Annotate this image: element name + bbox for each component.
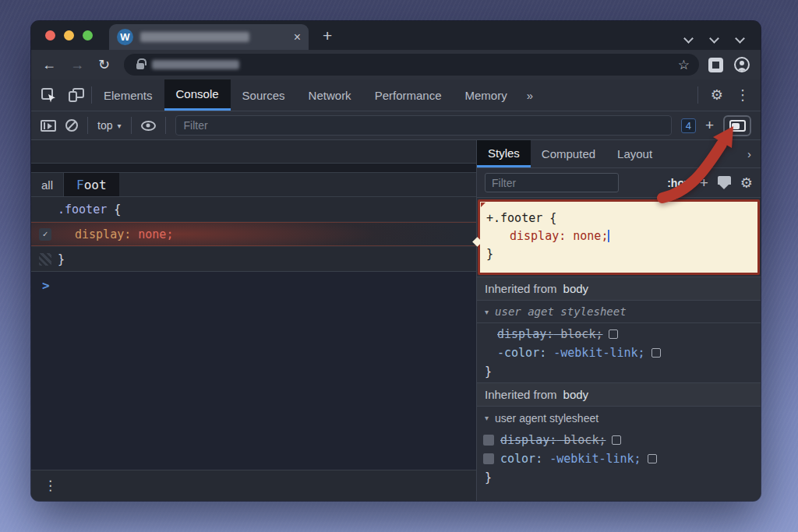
chevron-down-icon: ▾ xyxy=(117,122,121,130)
triangle-down-icon: ▾ xyxy=(485,414,489,422)
styles-toolbar: :hov + ⚙ xyxy=(477,168,761,198)
kebab-menu-icon[interactable]: ⋮ xyxy=(736,86,750,104)
traffic-lights xyxy=(45,30,93,41)
bookmark-star-icon[interactable]: ☆ xyxy=(678,57,690,73)
console-filter-input[interactable] xyxy=(175,115,672,136)
inspect-element-icon[interactable] xyxy=(41,87,57,104)
chevron-down-icon[interactable] xyxy=(735,33,745,44)
console-dark-strip xyxy=(31,164,476,173)
tab-computed[interactable]: Computed xyxy=(531,140,606,167)
inherited-rules: display: block; color: -webkit-link; } xyxy=(477,429,761,488)
minimize-window-button[interactable] xyxy=(64,30,74,41)
console-toolbar: top ▾ 4 + xyxy=(31,111,761,140)
console-panel: all Foot .footer { ✓ display: none; } xyxy=(31,140,477,501)
tab-close-icon[interactable]: × xyxy=(294,31,301,44)
console-prompt-chevron: > xyxy=(42,278,50,293)
inherited-selector-link[interactable]: body xyxy=(563,282,589,295)
stylesheet-origin-row[interactable]: ▾ user aget stylesheet xyxy=(477,301,761,323)
tab-layout[interactable]: Layout xyxy=(606,140,663,167)
declaration-row[interactable]: display: block; xyxy=(477,431,761,449)
tab-title-blurred xyxy=(140,32,249,42)
tab-performance[interactable]: Performance xyxy=(363,79,454,111)
add-icon[interactable]: + xyxy=(705,117,714,134)
wordpress-favicon-icon: W xyxy=(117,29,133,45)
styles-tabbar: Styles Computed Layout › xyxy=(477,140,761,168)
console-sidebar-icon[interactable] xyxy=(41,120,56,132)
css-rule-close-line: } xyxy=(31,247,476,272)
declaration-row[interactable]: color: -webkit-link; xyxy=(477,449,761,468)
back-button[interactable]: ← xyxy=(42,57,56,73)
browser-tab[interactable]: W × xyxy=(109,24,309,50)
tab-network[interactable]: Network xyxy=(297,79,363,111)
side-panel-icon[interactable] xyxy=(708,58,723,72)
lock-icon xyxy=(136,63,144,69)
toggle-element-state-button[interactable]: :hov xyxy=(667,177,690,189)
stylesheet-origin-row[interactable]: ▾ user agent stylesheet xyxy=(477,407,761,429)
text-cursor xyxy=(608,230,609,242)
chevron-down-icon[interactable] xyxy=(683,33,694,44)
css-value[interactable]: none; xyxy=(131,227,173,241)
url-blurred xyxy=(152,60,239,69)
tab-memory[interactable]: Memory xyxy=(454,79,519,111)
context-selector[interactable]: top ▾ xyxy=(97,119,122,132)
corner-mark xyxy=(481,203,486,207)
more-tabs-icon[interactable]: » xyxy=(519,79,541,111)
css-declaration-line[interactable]: ✓ display: none; xyxy=(31,222,476,247)
new-style-rule-icon[interactable]: + xyxy=(700,174,708,192)
gear-icon[interactable]: ⚙ xyxy=(711,86,723,104)
more-tabs-icon[interactable]: › xyxy=(738,140,761,167)
declaration-checkbox[interactable] xyxy=(609,329,618,339)
new-tab-button[interactable]: + xyxy=(323,26,332,45)
tab-console[interactable]: Console xyxy=(164,79,231,111)
declaration-checkbox[interactable] xyxy=(651,348,661,358)
zoom-window-button[interactable] xyxy=(83,30,93,41)
dock-panel-button[interactable] xyxy=(723,115,751,136)
gutter-hatch xyxy=(39,253,51,266)
filter-chips-row: all Foot xyxy=(31,173,476,197)
window-controls xyxy=(685,35,761,50)
declaration-checkbox[interactable] xyxy=(612,435,621,445)
console-empty-row xyxy=(31,140,476,164)
gear-icon[interactable]: ⚙ xyxy=(740,174,753,192)
chip-all[interactable]: all xyxy=(31,173,64,196)
inherited-from-header: Inherited from body xyxy=(477,277,761,301)
console-bottom-bar: ⋮ xyxy=(31,470,476,501)
declaration-checkbox[interactable]: ✓ xyxy=(39,228,51,241)
chip-foot[interactable]: Foot xyxy=(64,173,119,196)
devtools-tabbar: Elements Console Sources Network Perform… xyxy=(31,79,761,111)
styles-filter-input[interactable] xyxy=(485,173,619,192)
browser-window: W × + ← → ↻ ☆ xyxy=(31,21,761,501)
tab-sources[interactable]: Sources xyxy=(231,79,297,111)
reload-button[interactable]: ↻ xyxy=(98,56,110,73)
inherited-rules: display: block; -color: -webkit-link; } xyxy=(477,323,761,382)
triangle-down-icon: ▾ xyxy=(485,308,489,316)
close-window-button[interactable] xyxy=(45,30,55,41)
tab-elements[interactable]: Elements xyxy=(92,79,164,111)
dock-panel-icon xyxy=(729,120,746,132)
declaration-checkbox[interactable] xyxy=(648,454,657,463)
address-bar[interactable]: ☆ xyxy=(124,54,699,76)
toggle-device-toolbar-icon[interactable] xyxy=(68,87,85,103)
browser-navbar: ← → ↻ ☆ xyxy=(31,50,761,79)
element-classes-icon[interactable] xyxy=(718,176,731,185)
css-property[interactable]: display: xyxy=(75,227,131,241)
kebab-menu-icon[interactable]: ⋮ xyxy=(44,477,57,494)
issues-count-badge[interactable]: 4 xyxy=(681,118,696,133)
css-rule-selector-line[interactable]: .footer { xyxy=(31,197,476,222)
clear-console-icon[interactable] xyxy=(65,119,78,132)
live-expression-eye-icon[interactable] xyxy=(141,121,156,131)
swatch-square xyxy=(483,453,494,464)
forward-button[interactable]: → xyxy=(70,57,84,73)
inherited-selector-link[interactable]: body xyxy=(563,388,589,401)
console-input-area[interactable]: > xyxy=(31,272,476,470)
inherited-from-header: Inherited from body xyxy=(477,382,761,407)
tab-styles[interactable]: Styles xyxy=(477,140,531,167)
window-titlebar: W × + xyxy=(31,21,761,50)
profile-avatar[interactable] xyxy=(734,57,750,72)
chevron-down-icon[interactable] xyxy=(709,33,719,44)
declaration-row[interactable]: display: block; xyxy=(477,325,761,344)
highlighted-style-rule[interactable]: +.footer { display: none; } xyxy=(478,199,760,275)
styles-sidebar: Styles Computed Layout › :hov + ⚙ +.foot… xyxy=(477,140,761,501)
swatch-square xyxy=(483,435,494,446)
declaration-row[interactable]: -color: -webkit-link; xyxy=(477,344,761,362)
